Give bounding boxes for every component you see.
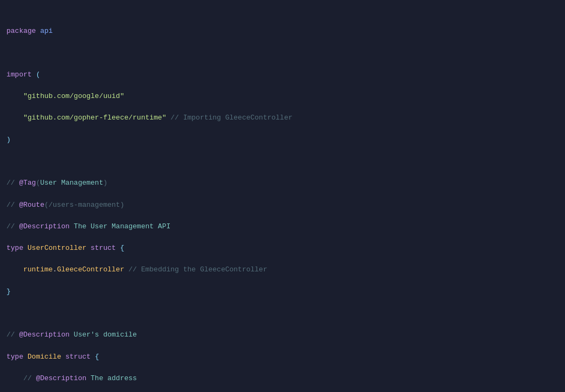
code-editor: package api import ( "github.com/google/… [0,0,565,392]
line-1: package api [6,26,559,37]
line-10: // @Description The User Management API [6,221,559,232]
line-6: ) [6,135,559,145]
line-7 [6,156,559,167]
line-5: "github.com/gopher-fleece/runtime" // Im… [6,113,559,123]
line-8: // @Tag(User Management) [6,178,559,188]
line-16: type Domicile struct { [6,352,559,362]
line-15: // @Description User's domicile [6,330,559,340]
line-2 [6,48,559,59]
line-14 [6,308,559,319]
line-13: } [6,286,559,297]
line-9: // @Route(/users-management) [6,200,559,211]
line-4: "github.com/google/uuid" [6,91,559,102]
line-11: type UserController struct { [6,243,559,254]
line-3: import ( [6,69,559,80]
line-17: // @Description The address [6,373,559,384]
line-12: runtime.GleeceController // Embedding th… [6,264,559,275]
